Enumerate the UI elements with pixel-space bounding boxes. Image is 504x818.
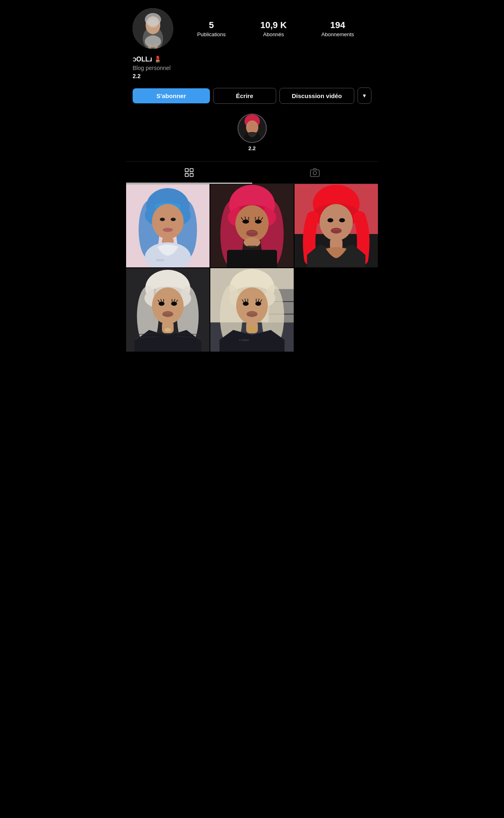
svg-rect-14 (185, 173, 188, 177)
svg-point-52 (320, 204, 353, 241)
video-button[interactable]: Discussion vidéo (279, 88, 354, 104)
avatar-wrapper (133, 8, 173, 49)
svg-rect-47 (247, 246, 257, 248)
tab-tagged[interactable] (252, 162, 378, 184)
photo-1: tattoo (126, 184, 209, 267)
stats-row: 5 Publications 10,9 K Abonnés 194 Abonne… (180, 20, 371, 37)
svg-point-17 (313, 171, 317, 175)
stat-publications[interactable]: 5 Publications (197, 20, 226, 37)
profile-header: 5 Publications 10,9 K Abonnés 194 Abonne… (126, 0, 378, 54)
publications-count: 5 (209, 20, 214, 31)
svg-point-46 (246, 230, 258, 236)
svg-point-68 (164, 328, 171, 332)
action-buttons: S'abonner Écrire Discussion vidéo ▾ (126, 84, 378, 110)
grid-item-3[interactable] (295, 184, 378, 267)
svg-point-54 (327, 218, 333, 222)
profile-bio: Blog personnel (133, 65, 371, 71)
svg-rect-7 (155, 44, 158, 49)
photo-5: ✦ tattoo (210, 268, 294, 352)
svg-point-62 (152, 287, 184, 324)
followers-label: Abonnés (263, 31, 284, 37)
story-item[interactable]: 2.2 (133, 114, 371, 151)
chevron-down-icon: ▾ (363, 92, 366, 99)
svg-point-55 (339, 218, 345, 222)
story-label: 2.2 (248, 145, 255, 151)
svg-point-27 (160, 218, 165, 221)
svg-point-89 (248, 327, 256, 332)
grid-item-4[interactable] (126, 268, 209, 352)
svg-point-87 (236, 287, 268, 324)
following-label: Abonnements (321, 31, 354, 37)
svg-point-69 (159, 302, 164, 306)
svg-point-4 (148, 20, 158, 28)
svg-rect-13 (190, 168, 193, 172)
more-button[interactable]: ▾ (358, 87, 371, 104)
grid-item-2[interactable] (210, 184, 294, 267)
svg-point-39 (255, 219, 262, 223)
profile-info: ɔOLLɹ 💄 Blog personnel 2.2 (126, 54, 378, 84)
svg-point-5 (145, 35, 161, 48)
svg-point-93 (247, 311, 257, 317)
svg-point-70 (171, 302, 177, 306)
story-avatar (238, 114, 266, 142)
svg-point-38 (242, 219, 249, 223)
photo-2 (210, 184, 294, 267)
photo-3 (295, 184, 378, 267)
profile-tag: 2.2 (133, 73, 371, 79)
svg-point-56 (331, 228, 342, 234)
svg-point-71 (162, 311, 173, 317)
tab-grid[interactable] (126, 162, 252, 184)
subscribe-button[interactable]: S'abonner (133, 88, 210, 103)
svg-rect-12 (185, 168, 188, 172)
avatar[interactable] (133, 8, 173, 49)
grid-icon (184, 167, 194, 178)
tab-bar (126, 161, 378, 184)
grid-item-1[interactable]: tattoo (126, 184, 209, 267)
photo-grid: tattoo (126, 184, 378, 352)
stat-followers[interactable]: 10,9 K Abonnés (260, 20, 287, 37)
publications-label: Publications (197, 31, 226, 37)
stat-following[interactable]: 194 Abonnements (321, 20, 354, 37)
tag-person-icon (310, 167, 320, 178)
followers-count: 10,9 K (260, 20, 287, 31)
story-circle (238, 114, 267, 143)
profile-name: ɔOLLɹ 💄 (133, 55, 371, 63)
svg-point-29 (163, 228, 173, 232)
svg-point-92 (255, 302, 261, 306)
svg-point-28 (171, 218, 176, 221)
write-button[interactable]: Écrire (213, 88, 276, 104)
grid-item-5[interactable]: ✦ tattoo (210, 268, 294, 352)
stories-section: 2.2 (126, 110, 378, 158)
svg-text:tattoo: tattoo (156, 258, 165, 262)
svg-text:✦ tattoo: ✦ tattoo (239, 339, 249, 342)
svg-rect-15 (190, 173, 193, 177)
svg-point-91 (243, 302, 249, 306)
photo-4 (126, 268, 209, 352)
following-count: 194 (330, 20, 345, 31)
svg-rect-6 (148, 44, 151, 49)
svg-rect-37 (227, 250, 277, 267)
svg-point-23 (152, 204, 184, 239)
